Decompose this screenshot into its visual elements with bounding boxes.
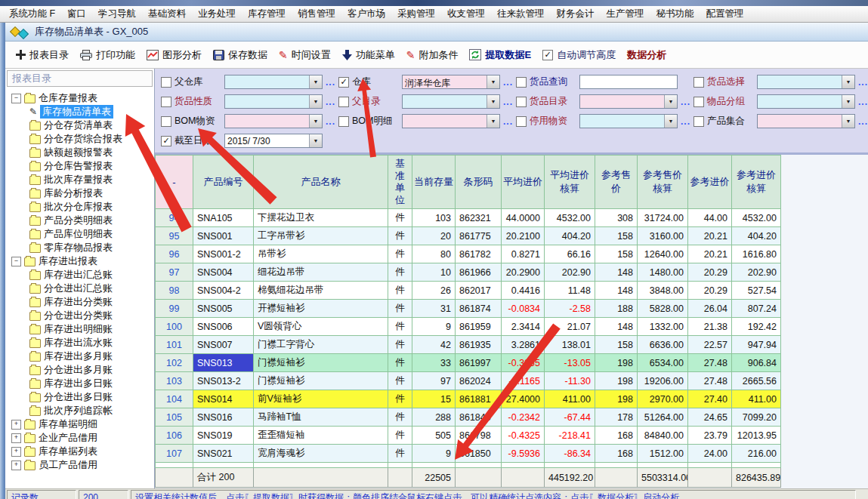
cell-current-stock[interactable]: 20 xyxy=(412,227,456,245)
cell-ref-purchase-calc[interactable]: 12013.95 xyxy=(732,427,781,445)
sidebar-item[interactable]: 分仓进出汇总账 xyxy=(5,282,154,295)
filter-checkbox[interactable] xyxy=(161,116,171,127)
cell-ref-sell-calc[interactable]: 6534.00 xyxy=(638,354,688,372)
cell-product-name[interactable]: 歪歪猫短袖 xyxy=(254,427,388,445)
cell-ref-sell-price[interactable]: 178 xyxy=(595,408,638,427)
cell-base-unit[interactable]: 件 xyxy=(388,427,412,445)
sidebar-item[interactable]: 零库存物品报表 xyxy=(5,241,154,254)
cell-ref-purchase-price[interactable]: 23.79 xyxy=(688,427,732,445)
cell-current-stock[interactable]: 9 xyxy=(412,318,456,336)
ellipsis-button[interactable]: ... xyxy=(503,97,513,107)
cell-barcode[interactable]: 861874 xyxy=(456,300,502,318)
chevron-down-icon[interactable]: ▼ xyxy=(664,95,677,108)
expand-icon[interactable]: + xyxy=(11,420,21,430)
cell-barcode[interactable]: 861997 xyxy=(456,354,502,372)
cell-ref-purchase-calc[interactable]: 1616.80 xyxy=(732,245,781,263)
sidebar-item[interactable]: 分仓库告警报表 xyxy=(5,159,154,173)
menu-item[interactable]: 采购管理 xyxy=(391,6,441,22)
cell-product-name[interactable]: 门襟短袖衫 xyxy=(254,354,388,372)
cell-product-name[interactable]: 宽肩海魂衫 xyxy=(254,445,388,463)
cell-ref-sell-calc[interactable]: 3848.00 xyxy=(638,282,688,300)
sidebar-item[interactable]: +库存单据明细 xyxy=(5,417,154,431)
cell-ref-sell-calc[interactable]: 1332.00 xyxy=(638,318,688,336)
cell-product-name[interactable]: 马蹄袖T恤 xyxy=(254,408,388,427)
sidebar-item[interactable]: 分仓存货综合报表 xyxy=(5,132,154,146)
filter-checkbox[interactable] xyxy=(693,116,704,127)
cell-avg-purchase-price[interactable]: 0.4416 xyxy=(502,282,545,300)
menu-item[interactable]: 配置管理 xyxy=(700,6,750,22)
cell-avg-purchase-calc[interactable]: -86.34 xyxy=(545,445,595,463)
cell-avg-purchase-price[interactable]: -0.1165 xyxy=(502,372,545,390)
filter-dropdown[interactable]: ▼ xyxy=(579,114,678,128)
cell-current-stock[interactable]: 15 xyxy=(412,390,456,408)
chevron-down-icon[interactable]: ▼ xyxy=(842,95,854,108)
cell-base-unit[interactable]: 件 xyxy=(388,336,412,354)
sidebar-item[interactable]: 产品库位明细表 xyxy=(5,227,154,241)
sidebar-item[interactable]: −库存进出报表 xyxy=(5,254,154,268)
column-header-ref-purchase-price[interactable]: 参考进价 xyxy=(688,156,732,209)
cell-ref-sell-calc[interactable]: 51264.00 xyxy=(638,408,688,427)
cell-current-stock[interactable]: 31 xyxy=(412,300,456,318)
cell-product-name[interactable]: 下摆花边卫衣 xyxy=(254,209,388,227)
report-catalog-button[interactable]: 报表目录 xyxy=(16,48,69,62)
menu-item[interactable]: 库存管理 xyxy=(242,6,292,22)
cell-current-stock[interactable]: 9 xyxy=(412,445,456,463)
cell-product-code[interactable]: SNS001 xyxy=(193,227,254,245)
cell-base-unit[interactable]: 件 xyxy=(388,227,412,245)
filter-dropdown[interactable]: ▼ xyxy=(402,94,500,109)
cell-avg-purchase-calc[interactable]: -67.44 xyxy=(545,408,595,427)
cell-barcode[interactable]: 862017 xyxy=(456,282,502,300)
cell-row-number[interactable]: 106 xyxy=(156,427,193,445)
ellipsis-button[interactable]: ... xyxy=(858,97,868,107)
collapse-icon[interactable]: − xyxy=(11,94,21,103)
cell-product-name[interactable]: 细花边吊带 xyxy=(254,263,388,282)
toolbar-button[interactable]: ✎时间设置 xyxy=(279,48,331,62)
chevron-down-icon[interactable]: ▼ xyxy=(487,95,499,108)
cell-current-stock[interactable]: 505 xyxy=(412,427,456,445)
cell-base-unit[interactable]: 件 xyxy=(388,318,412,336)
menu-item[interactable]: 财务会计 xyxy=(551,6,601,22)
cell-ref-purchase-price[interactable]: 20.21 xyxy=(688,245,732,263)
menu-item[interactable]: 收支管理 xyxy=(441,6,491,22)
chevron-down-icon[interactable]: ▼ xyxy=(309,134,322,147)
cell-avg-purchase-price[interactable]: 2.3414 xyxy=(502,318,545,336)
column-header-base-unit[interactable]: 基准单位 xyxy=(388,156,412,209)
chevron-down-icon[interactable]: ▼ xyxy=(487,75,499,88)
cell-row-number[interactable]: 94 xyxy=(156,209,193,227)
cell-product-code[interactable]: SNS014 xyxy=(193,390,254,408)
cell-base-unit[interactable]: 件 xyxy=(388,300,412,318)
filter-dropdown[interactable]: ▼ xyxy=(224,94,323,109)
cell-product-name[interactable]: 工字吊带衫 xyxy=(254,227,388,245)
column-header-ref-sell-calc[interactable]: 参考售价核算 xyxy=(638,156,688,209)
cell-base-unit[interactable]: 件 xyxy=(388,263,412,282)
cell-product-code[interactable]: SNS013-2 xyxy=(193,372,254,390)
filter-checkbox[interactable] xyxy=(516,97,527,107)
cell-product-code[interactable]: SNS005 xyxy=(193,300,254,318)
cell-ref-purchase-price[interactable]: 22.57 xyxy=(688,336,732,354)
cell-current-stock[interactable]: 33 xyxy=(412,354,456,372)
cell-barcode[interactable]: 861850 xyxy=(456,445,502,463)
sidebar-item[interactable]: +员工产品借用 xyxy=(5,458,154,472)
cell-row-number[interactable]: 104 xyxy=(156,390,193,408)
menu-item[interactable]: 窗口 xyxy=(61,6,92,22)
filter-dropdown[interactable]: 润泽华仓库▼ xyxy=(402,75,500,89)
chevron-down-icon[interactable]: ▼ xyxy=(309,95,322,108)
cell-avg-purchase-price[interactable]: 0.8271 xyxy=(502,245,545,263)
ellipsis-button[interactable]: ... xyxy=(326,97,335,107)
cell-ref-purchase-calc[interactable]: 202.90 xyxy=(732,263,781,282)
cell-ref-purchase-price[interactable]: 27.48 xyxy=(688,354,732,372)
cell-product-code[interactable]: SNS007 xyxy=(193,336,254,354)
sidebar-item[interactable]: 产品分类明细表 xyxy=(5,214,154,227)
cell-avg-purchase-calc[interactable]: 11.48 xyxy=(545,282,595,300)
filter-checkbox[interactable] xyxy=(338,97,349,107)
cell-ref-purchase-calc[interactable]: 527.54 xyxy=(732,282,781,300)
filter-checkbox[interactable] xyxy=(516,116,527,127)
sidebar-item[interactable]: 分仓进出多日账 xyxy=(5,390,154,404)
cell-barcode[interactable]: 861881 xyxy=(456,390,502,408)
filter-checkbox[interactable] xyxy=(693,77,704,88)
chevron-down-icon[interactable]: ▼ xyxy=(309,75,322,88)
sidebar-item[interactable]: 批次序列追踪帐 xyxy=(5,404,154,417)
data-analysis-button[interactable]: 数据分析 xyxy=(627,48,666,62)
column-header-row-number[interactable]: - xyxy=(156,156,193,209)
menu-item[interactable]: 基础资料 xyxy=(142,6,192,22)
